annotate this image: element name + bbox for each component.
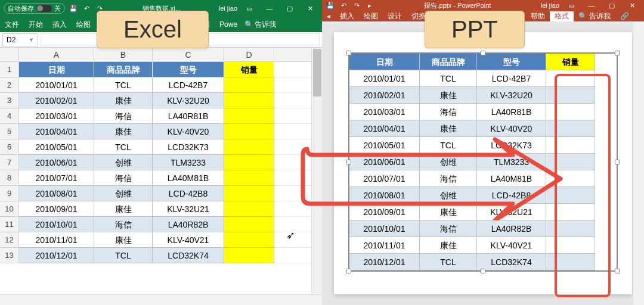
cell[interactable]: 日期 xyxy=(349,54,420,70)
cell[interactable] xyxy=(546,220,595,237)
row-header[interactable]: 11 xyxy=(0,217,19,232)
cell[interactable]: 销量 xyxy=(224,62,274,77)
cell[interactable]: 2010/12/01 xyxy=(19,248,94,263)
cell[interactable]: 海信 xyxy=(420,220,477,237)
cell[interactable]: 康佳 xyxy=(420,204,477,220)
undo-icon[interactable]: ↶ xyxy=(82,4,91,13)
cell[interactable]: KLV-32U20 xyxy=(477,87,546,104)
cell[interactable] xyxy=(546,137,595,154)
row-header[interactable]: 8 xyxy=(0,170,19,186)
ribbon-tab[interactable]: 格式 xyxy=(550,11,574,21)
tell-me-search[interactable]: 🔍 告诉我 xyxy=(574,11,615,21)
cell[interactable] xyxy=(546,237,595,254)
slideshow-icon[interactable]: ▸ xyxy=(365,1,374,10)
cell[interactable] xyxy=(224,232,274,248)
ppt-stage[interactable]: 日期商品品牌型号销量2010/01/01TCLLCD-42B72010/02/0… xyxy=(322,21,644,305)
cell[interactable] xyxy=(224,124,274,139)
minimize-icon[interactable]: — xyxy=(261,5,278,12)
cell[interactable]: KLV-32U21 xyxy=(477,204,546,220)
maximize-icon[interactable]: ▢ xyxy=(603,2,620,10)
ribbon-tab[interactable]: 插入 xyxy=(335,11,359,21)
cell[interactable]: 创维 xyxy=(420,187,477,204)
cell[interactable] xyxy=(224,93,274,108)
cell[interactable]: TCL xyxy=(94,77,153,93)
ribbon-tab[interactable]: 绘图 xyxy=(72,17,95,32)
cell[interactable]: 商品品牌 xyxy=(94,62,153,77)
cell[interactable]: 康佳 xyxy=(420,237,477,254)
cell[interactable] xyxy=(546,154,595,170)
cell[interactable]: LCD-42B7 xyxy=(477,70,546,87)
cell[interactable] xyxy=(224,248,274,263)
cell[interactable]: 康佳 xyxy=(94,124,153,139)
resize-handle[interactable] xyxy=(481,269,485,273)
cell[interactable]: TLM3233 xyxy=(153,155,224,170)
cell[interactable]: 2010/04/01 xyxy=(349,120,420,137)
cell[interactable]: 2010/04/01 xyxy=(19,124,94,139)
cell[interactable]: 2010/07/01 xyxy=(19,170,94,186)
minimize-icon[interactable]: — xyxy=(583,2,600,9)
cell[interactable]: LA40R81B xyxy=(477,104,546,120)
resize-handle[interactable] xyxy=(615,160,620,164)
ribbon-tab[interactable]: 帮助 xyxy=(526,11,550,21)
vertical-scrollbar[interactable] xyxy=(311,48,322,294)
select-all-corner[interactable] xyxy=(0,48,19,61)
cell[interactable] xyxy=(546,170,595,187)
cell[interactable]: 商品品牌 xyxy=(420,54,477,70)
cell[interactable]: 创维 xyxy=(94,186,153,201)
cell[interactable]: 创维 xyxy=(420,154,477,170)
redo-icon[interactable]: ↷ xyxy=(352,1,361,10)
row-header[interactable]: 3 xyxy=(0,93,19,108)
cell[interactable]: 2010/06/01 xyxy=(19,155,94,170)
cell[interactable]: 2010/09/01 xyxy=(349,204,420,220)
cell[interactable]: LA40R82B xyxy=(153,217,224,232)
cell[interactable]: 海信 xyxy=(94,108,153,124)
cell[interactable]: LA40M81B xyxy=(477,170,546,187)
cell[interactable] xyxy=(224,186,274,201)
cell[interactable]: LCD32K74 xyxy=(477,254,546,270)
cell[interactable]: TCL xyxy=(94,139,153,155)
cell[interactable]: KLV-40V21 xyxy=(477,237,546,254)
cell[interactable]: 2010/02/01 xyxy=(349,87,420,104)
cell[interactable]: 2010/05/01 xyxy=(349,137,420,154)
cell[interactable]: 日期 xyxy=(19,62,94,77)
row-header[interactable]: 5 xyxy=(0,124,19,139)
resize-handle[interactable] xyxy=(481,51,485,55)
cell[interactable] xyxy=(546,254,595,270)
cell[interactable]: 销量 xyxy=(546,54,595,70)
row-header[interactable]: 6 xyxy=(0,139,19,155)
cell[interactable]: TCL xyxy=(420,70,477,87)
autosave-toggle[interactable]: 自动保存 关 xyxy=(4,3,65,14)
cell[interactable]: 2010/05/01 xyxy=(19,139,94,155)
ribbon-tab[interactable]: 文件 xyxy=(0,17,24,32)
resize-handle[interactable] xyxy=(346,269,351,273)
cell[interactable]: LCD32K73 xyxy=(477,137,546,154)
cell[interactable]: TCL xyxy=(420,137,477,154)
cell[interactable] xyxy=(224,170,274,186)
save-icon[interactable]: 💾 xyxy=(69,4,78,13)
save-icon[interactable]: 💾 xyxy=(326,1,335,10)
slide[interactable]: 日期商品品牌型号销量2010/01/01TCLLCD-42B72010/02/0… xyxy=(334,32,632,294)
scroll-thumb[interactable] xyxy=(313,49,321,97)
cell[interactable] xyxy=(224,139,274,155)
ribbon-tab[interactable]: 开始 xyxy=(24,17,48,32)
cell[interactable]: TCL xyxy=(420,254,477,270)
cell[interactable]: LCD32K74 xyxy=(153,248,224,263)
cell[interactable] xyxy=(224,108,274,124)
ribbon-tab[interactable]: 绘图 xyxy=(359,11,383,21)
undo-icon[interactable]: ↶ xyxy=(339,1,348,10)
cell[interactable] xyxy=(546,70,595,87)
cell[interactable]: 型号 xyxy=(477,54,546,70)
cell[interactable]: 康佳 xyxy=(420,87,477,104)
row-header[interactable]: 1 xyxy=(0,62,19,77)
cell[interactable]: LCD32K73 xyxy=(153,139,224,155)
cell[interactable]: 海信 xyxy=(420,104,477,120)
cell[interactable] xyxy=(546,104,595,120)
cell[interactable]: KLV-40V21 xyxy=(153,232,224,248)
row-header[interactable]: 9 xyxy=(0,186,19,201)
row-header[interactable]: 7 xyxy=(0,155,19,170)
row-header[interactable]: 2 xyxy=(0,77,19,93)
cell[interactable]: KLV-32U21 xyxy=(153,201,224,217)
cell[interactable]: 型号 xyxy=(153,62,224,77)
cell[interactable]: 2010/08/01 xyxy=(19,186,94,201)
cell[interactable]: LCD-42B8 xyxy=(153,186,224,201)
